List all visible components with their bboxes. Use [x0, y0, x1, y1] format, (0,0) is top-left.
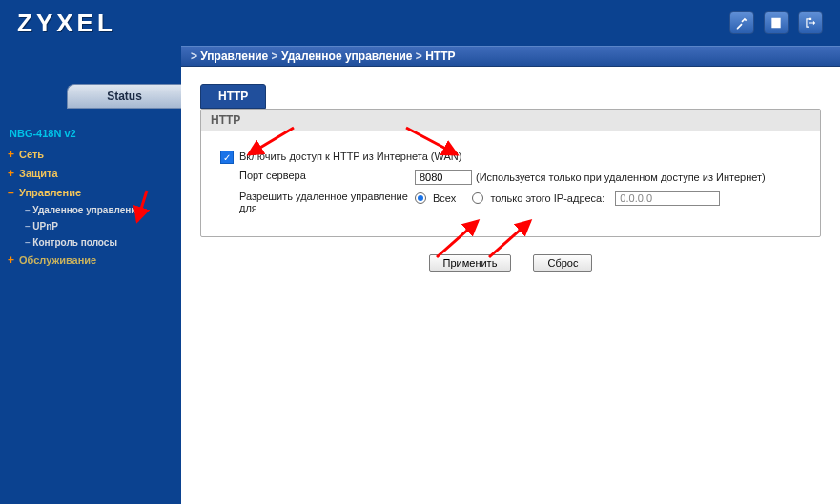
- expand-icon: +: [8, 253, 19, 267]
- bc-1: Управление: [200, 50, 268, 63]
- model-label: NBG-418N v2: [0, 126, 181, 145]
- nav-sublabel: UPnP: [32, 221, 58, 232]
- nav-security[interactable]: + Защита: [0, 164, 181, 183]
- expand-icon: +: [8, 167, 19, 180]
- nav-sublabel: Удаленное управление: [32, 205, 142, 215]
- radio-only-ip[interactable]: [472, 192, 483, 204]
- server-port-label: Порт сервера: [215, 170, 415, 181]
- svg-line-3: [489, 221, 530, 257]
- collapse-icon: –: [8, 186, 19, 199]
- panel-title: HTTP: [201, 110, 820, 131]
- nav-bandwidth[interactable]: – Контроль полосы: [2, 234, 181, 251]
- radio-all-label: Всех: [433, 192, 456, 204]
- brand-logo: ZYXEL: [17, 9, 116, 38]
- bc-2: Удаленное управление: [281, 50, 413, 63]
- nav-label: Управление: [19, 187, 81, 198]
- breadcrumb: > Управление > Удаленное управление > HT…: [181, 46, 840, 67]
- nav-upnp[interactable]: – UPnP: [2, 218, 181, 234]
- tab-http[interactable]: HTTP: [200, 84, 266, 109]
- server-port-note: (Используется только при удаленном досту…: [476, 171, 766, 183]
- allowed-ip-input[interactable]: [615, 191, 720, 206]
- server-port-input[interactable]: [415, 170, 472, 185]
- nav-maintenance[interactable]: + Обслуживание: [0, 251, 181, 270]
- logout-icon[interactable]: [798, 11, 823, 34]
- enable-http-wan-checkbox[interactable]: ✓: [220, 151, 234, 164]
- radio-only-ip-label: только этого IP-адреса:: [490, 192, 604, 204]
- status-tab[interactable]: Status: [67, 84, 181, 109]
- enable-http-wan-label: Включить доступ к HTTP из Интернета (WAN…: [239, 151, 461, 162]
- nav-label: Защита: [19, 168, 58, 179]
- nav-label: Сеть: [19, 149, 44, 160]
- nav-sublabel: Контроль полосы: [32, 237, 117, 248]
- svg-line-2: [437, 221, 478, 257]
- nav-label: Обслуживание: [19, 254, 96, 266]
- nav-remote-management[interactable]: – Удаленное управление: [2, 202, 181, 218]
- apply-button[interactable]: Применить: [429, 254, 512, 272]
- notes-icon[interactable]: [764, 11, 789, 34]
- bc-3: HTTP: [425, 50, 455, 63]
- nav-management[interactable]: – Управление: [0, 183, 181, 202]
- expand-icon: +: [8, 148, 19, 161]
- radio-all[interactable]: [415, 192, 426, 204]
- nav-network[interactable]: + Сеть: [0, 145, 181, 164]
- allow-remote-label: Разрешить удаленное управление для: [215, 191, 415, 213]
- wizard-icon[interactable]: [729, 11, 754, 34]
- reset-button[interactable]: Сброс: [533, 254, 592, 272]
